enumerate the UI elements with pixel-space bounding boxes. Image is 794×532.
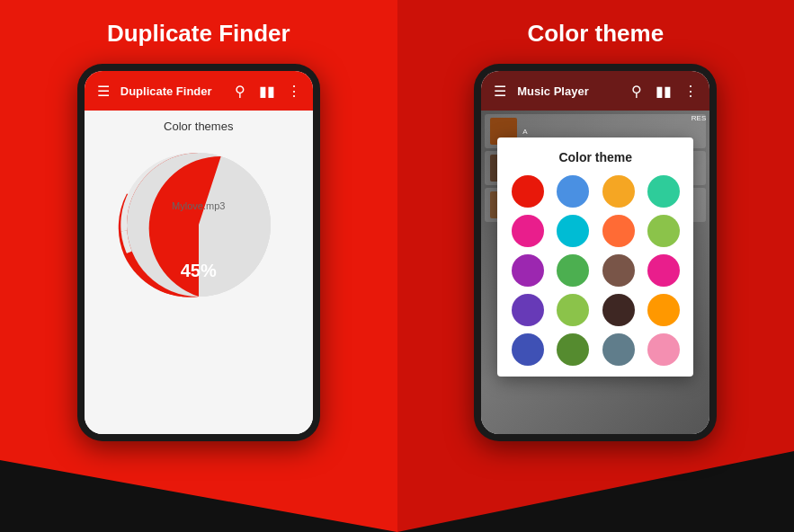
percent-label: 45% <box>181 261 217 281</box>
color-dot-14[interactable] <box>602 294 635 326</box>
color-dot-11[interactable] <box>647 254 680 287</box>
search-icon[interactable]: ⚲ <box>230 83 250 100</box>
color-dot-18[interactable] <box>602 333 635 366</box>
bar-chart-icon[interactable]: ▮▮ <box>257 83 277 100</box>
right-phone-mockup: ☰ Music Player ⚲ ▮▮ ⋮ A <box>474 64 717 441</box>
color-dot-12[interactable] <box>512 294 544 326</box>
color-dot-16[interactable] <box>512 333 544 366</box>
right-phone-screen: ☰ Music Player ⚲ ▮▮ ⋮ A <box>481 71 709 434</box>
music-item-text-1: A <box>522 128 527 136</box>
color-dot-15[interactable] <box>647 294 680 326</box>
color-dot-19[interactable] <box>647 333 680 366</box>
menu-icon[interactable]: ☰ <box>94 83 113 100</box>
color-dot-13[interactable] <box>557 294 589 326</box>
left-phone-screen: ☰ Duplicate Finder ⚲ ▮▮ ⋮ Color themes <box>85 71 313 434</box>
right-bar-icon[interactable]: ▮▮ <box>654 83 674 100</box>
color-dot-17[interactable] <box>557 333 589 366</box>
color-dot-2[interactable] <box>602 175 635 208</box>
color-dot-0[interactable] <box>512 175 544 208</box>
right-phone-content: A RES Color theme <box>481 111 709 434</box>
color-dot-6[interactable] <box>602 215 635 247</box>
left-phone-content: Color themes <box>85 111 313 434</box>
color-themes-label: Color themes <box>164 120 233 133</box>
left-phone-mockup: ☰ Duplicate Finder ⚲ ▮▮ ⋮ Color themes <box>77 64 320 441</box>
file-name-label: Mylove.mp3 <box>172 200 225 211</box>
color-theme-dialog: Color theme <box>497 137 693 377</box>
res-label: RES <box>691 114 706 122</box>
right-menu-icon[interactable]: ☰ <box>490 83 510 100</box>
color-dialog-title: Color theme <box>508 150 682 164</box>
left-panel-title: Duplicate Finder <box>107 20 290 48</box>
color-dot-3[interactable] <box>647 175 680 208</box>
right-panel: Color theme ☰ Music Player ⚲ ▮▮ ⋮ A <box>397 0 795 532</box>
right-panel-title: Color theme <box>527 20 664 48</box>
left-toolbar: ☰ Duplicate Finder ⚲ ▮▮ ⋮ <box>85 71 313 111</box>
color-dot-10[interactable] <box>602 254 635 287</box>
pie-svg <box>118 144 280 306</box>
color-dot-4[interactable] <box>512 215 544 247</box>
right-toolbar-title: Music Player <box>517 84 620 98</box>
right-search-icon[interactable]: ⚲ <box>627 83 647 100</box>
color-grid <box>508 175 682 366</box>
right-toolbar: ☰ Music Player ⚲ ▮▮ ⋮ <box>481 71 709 111</box>
color-dot-7[interactable] <box>647 215 680 247</box>
color-dot-1[interactable] <box>557 175 589 208</box>
left-toolbar-title: Duplicate Finder <box>120 84 223 98</box>
color-dot-9[interactable] <box>557 254 589 287</box>
more-icon[interactable]: ⋮ <box>284 83 304 100</box>
pie-chart: Mylove.mp3 45% <box>118 144 280 306</box>
color-dot-8[interactable] <box>512 254 544 287</box>
right-more-icon[interactable]: ⋮ <box>681 83 700 100</box>
left-panel: Duplicate Finder ☰ Duplicate Finder ⚲ ▮▮… <box>0 0 397 532</box>
color-dot-5[interactable] <box>557 215 589 247</box>
